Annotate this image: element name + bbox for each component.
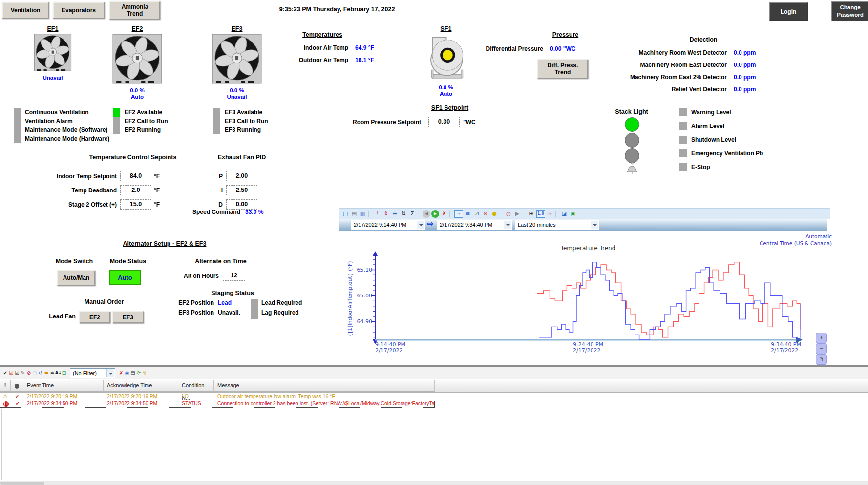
alarm-toolbar-icon[interactable]: ✎ (20, 369, 26, 377)
trend-toolbar-icon[interactable]: ▤ (350, 210, 358, 218)
ack-time-column-header[interactable]: Acknowledge Time (104, 380, 178, 392)
room-pressure-setpoint-input[interactable]: 0.30 (428, 117, 460, 127)
trend-toolbar-icon[interactable]: ▥ (359, 210, 367, 218)
pid-rows: P 2.00 I 2.50 D 0.00 (186, 171, 257, 213)
zoom-in-button[interactable]: + (816, 333, 827, 343)
alarm-toolbar-icon[interactable]: ☑ (14, 369, 20, 377)
trend-toolbar-icon[interactable]: ◷ (505, 210, 512, 218)
trend-toolbar-icon[interactable]: ⇕ (382, 210, 390, 218)
trend-toolbar-icon[interactable]: ≈ (546, 210, 554, 218)
scrollbar-thumb[interactable] (0, 482, 44, 485)
event-time-column-header[interactable]: Event Time (23, 380, 104, 392)
trend-toolbar-icon[interactable]: ● (490, 210, 498, 218)
diff-pressure-label: Differential Pressure (454, 45, 543, 52)
trend-start-time-picker[interactable]: 2/17/2022 9:14:40 PM (351, 220, 425, 230)
trend-toolbar-icon[interactable]: ✗ (440, 210, 448, 218)
central-time-link[interactable]: Central Time (US & Canada) (760, 240, 832, 246)
automatic-timezone-link[interactable]: Automatic (805, 233, 832, 239)
trend-toolbar-icon[interactable] (500, 211, 503, 217)
trend-toolbar-icon[interactable]: ▶ (513, 210, 521, 218)
trend-toolbar-icon[interactable]: ⊞ (528, 210, 535, 218)
trend-toolbar-icon[interactable] (523, 211, 526, 217)
alarm-toolbar-icon[interactable]: ✗ (118, 369, 124, 377)
message-column-header[interactable]: Message (214, 380, 435, 392)
trend-toolbar-icon[interactable]: ≈ (454, 210, 463, 218)
staging-status-title: Staging Status (193, 290, 272, 296)
trend-toolbar-icon[interactable]: ⊠ (482, 210, 489, 218)
alarm-filter-select[interactable]: (No Filter) (70, 368, 115, 378)
trend-end-time-picker[interactable]: 2/17/2022 9:34:40 PM (437, 220, 512, 230)
apply-timespan-icon[interactable]: ⇨ (425, 219, 436, 228)
trend-toolbar-icon[interactable]: ! (373, 210, 381, 218)
trend-toolbar-icon[interactable] (418, 211, 421, 217)
alarm-toolbar-icon[interactable]: ⊞ (61, 369, 67, 377)
chevron-down-icon[interactable] (417, 221, 424, 229)
alarm-toolbar: ✔☑☑✎⊘▢↺=≐A↓⊞ (No Filter) ✗◉▤⟳↯ (0, 367, 868, 379)
lag-required-label: Lag Required (261, 309, 315, 316)
pid-input[interactable]: 2.50 (226, 185, 257, 195)
severity-column-header[interactable]: ! (0, 380, 11, 392)
trend-toolbar-icon[interactable] (368, 211, 372, 217)
nav-evaporators-label: Evaporators (62, 7, 96, 14)
alarm-toolbar-icon[interactable]: ⟳ (136, 369, 142, 377)
pid-input[interactable]: 2.00 (226, 171, 257, 181)
alarm-toolbar-icon[interactable]: ☑ (8, 369, 14, 377)
zoom-out-button[interactable]: − (816, 343, 827, 354)
chevron-down-icon[interactable] (106, 369, 114, 377)
trend-toolbar-icon[interactable]: ◪ (560, 210, 568, 218)
alarm-row[interactable]: ⚠ ✔ 2/17/2022 9:20:19 PM 2/17/2022 9:20:… (0, 393, 435, 400)
pid-input[interactable]: 0.00 (226, 199, 257, 210)
lead-fan-ef2-button[interactable]: EF2 (79, 311, 110, 323)
alarm-toolbar-icon[interactable]: ✔ (2, 369, 8, 377)
chevron-down-icon[interactable] (504, 221, 511, 229)
pid-row: P 2.00 (186, 171, 257, 181)
nav-evaporators-button[interactable]: Evaporators (53, 2, 105, 19)
alarm-filter-value: (No Filter) (73, 370, 97, 376)
trend-toolbar-icon[interactable]: ↔ (391, 210, 399, 218)
ack-column-header[interactable] (11, 380, 23, 392)
alarm-toolbar-icon[interactable]: = (43, 369, 49, 377)
trend-toolbar-icon[interactable]: ⇅ (400, 210, 407, 218)
trend-toolbar-icon[interactable] (555, 211, 559, 217)
alarm-row-selected[interactable]: ❙❙ ✔ 2/17/2022 9:34:50 PM 2/17/2022 9:34… (0, 400, 434, 407)
trend-toolbar-icon[interactable]: ◀ (423, 210, 430, 218)
trend-toolbar-icon[interactable]: ▣ (569, 210, 577, 218)
trend-toolbar-icon[interactable]: Σ (408, 210, 416, 218)
auto-man-button[interactable]: Auto/Man (57, 270, 95, 286)
condition-column-header[interactable]: Condition N... (178, 380, 214, 392)
pid-label: D (218, 201, 223, 208)
trend-timespan-select[interactable]: Last 20 minutes (515, 220, 599, 230)
alarm-toolbar-icon[interactable]: ≐ (49, 369, 55, 377)
alt-on-hours-input[interactable]: 12 (223, 271, 245, 281)
setpoint-input[interactable]: 15.0 (120, 199, 151, 210)
change-password-button[interactable]: Change Password (831, 1, 868, 21)
ef2-position-value: Lead (218, 299, 247, 306)
alarm-toolbar-icon[interactable]: ▢ (32, 369, 38, 377)
trend-toolbar-icon[interactable] (449, 211, 453, 217)
alarm-toolbar-icon[interactable]: ⊘ (26, 369, 32, 377)
alarm-toolbar-icon[interactable]: ◉ (124, 369, 130, 377)
stack-item-indicator (679, 108, 687, 116)
zoom-undo-button[interactable]: ↰ (816, 354, 827, 365)
lead-fan-ef3-button[interactable]: EF3 (112, 311, 144, 323)
setpoint-input[interactable]: 2.0 (120, 185, 151, 195)
trend-toolbar-icon[interactable]: 1.0 (536, 210, 545, 218)
trend-toolbar-icon[interactable]: ▶ (431, 210, 439, 218)
alarm-toolbar-icon[interactable]: ↯ (142, 369, 148, 377)
nav-ammonia-trend-button[interactable]: Ammonia Trend (109, 1, 160, 20)
trend-toolbar-icon[interactable]: ⊿ (473, 210, 481, 218)
nav-ventilation-button[interactable]: Ventilation (2, 2, 49, 19)
trend-toolbar-icon[interactable]: ▢ (341, 210, 349, 218)
alarm-toolbar-icon[interactable]: ▤ (130, 369, 136, 377)
chevron-down-icon[interactable] (591, 221, 598, 229)
alarm-toolbar-icon[interactable]: A↓ (55, 369, 61, 377)
setpoint-input[interactable]: 84.0 (120, 171, 151, 181)
alarm-horizontal-scrollbar[interactable] (0, 481, 868, 485)
trend-plot-area[interactable] (360, 250, 810, 348)
trend-toolbar-icon[interactable]: ≋ (464, 210, 472, 218)
stack-light-lamp (625, 117, 639, 132)
alarm-toolbar-icon[interactable]: ↺ (38, 369, 43, 377)
status-label: Ventilation Alarm (25, 117, 73, 126)
login-button[interactable]: Login (769, 2, 808, 21)
status-label: Continuous Ventilation (25, 108, 89, 117)
